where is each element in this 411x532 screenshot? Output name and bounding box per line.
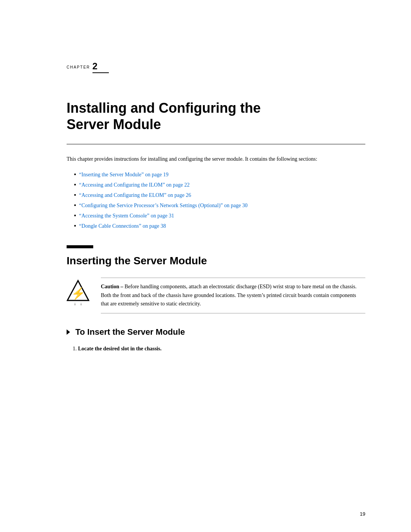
steps-list: Locate the desired slot in the chassis. [78,345,365,353]
intro-paragraph: This chapter provides instructions for i… [67,155,365,163]
chapter-title: Installing and Configuring the Server Mo… [67,100,365,133]
toc-link-4[interactable]: “Configuring the Service Processor’s Net… [79,201,248,209]
step-1-text: Locate the desired slot in the chassis. [78,346,161,351]
content-area: Chapter 2 Installing and Configuring the… [67,0,365,353]
caution-text: Caution – Before handling components, at… [101,283,365,308]
list-item[interactable]: “Inserting the Server Module” on page 19 [74,171,365,179]
page: Chapter 2 Installing and Configuring the… [0,0,411,532]
chapter-title-line2: Server Module [67,117,161,132]
esd-warning-icon: ⚡ ↓ ↓ [67,279,89,306]
section1-title: Inserting the Server Module [67,254,365,267]
caution-body: Before handling components, attach an el… [101,284,357,307]
svg-text:⚡: ⚡ [71,287,86,300]
caution-label: Caution – [101,284,123,289]
toc-link-2[interactable]: “Accessing and Configuring the ILOM” on … [79,181,190,189]
caution-icon: ⚡ ↓ ↓ [67,278,93,306]
title-rule [67,144,365,144]
list-item[interactable]: “Dongle Cable Connections” on page 38 [74,222,365,230]
list-item[interactable]: “Configuring the Service Processor’s Net… [74,201,365,209]
chapter-word-label: Chapter [67,65,90,69]
toc-link-5[interactable]: “Accessing the System Console” on page 3… [79,212,174,220]
chapter-header: Chapter 2 [67,61,365,73]
list-item[interactable]: “Accessing the System Console” on page 3… [74,212,365,220]
list-item[interactable]: “Accessing and Configuring the ELOM” on … [74,191,365,199]
toc-link-6[interactable]: “Dongle Cable Connections” on page 38 [79,222,166,230]
chapter-title-line1: Installing and Configuring the [67,100,261,116]
svg-text:↓: ↓ [80,301,82,306]
toc-link-1[interactable]: “Inserting the Server Module” on page 19 [79,171,169,179]
list-item[interactable]: “Accessing and Configuring the ILOM” on … [74,181,365,189]
svg-text:↓: ↓ [74,301,76,306]
caution-container: ⚡ ↓ ↓ Caution – Before handling componen… [67,278,365,313]
page-number: 19 [360,511,365,517]
toc-list: “Inserting the Server Module” on page 19… [74,171,365,230]
step-1: Locate the desired slot in the chassis. [78,345,365,353]
chapter-number: 2 [92,61,109,73]
toc-link-3[interactable]: “Accessing and Configuring the ELOM” on … [79,191,191,199]
triangle-icon [67,329,70,335]
section-bar [67,245,93,248]
caution-box: Caution – Before handling components, at… [101,278,365,313]
subsection-title-text: To Insert the Server Module [75,327,185,337]
subsection-title: To Insert the Server Module [67,327,365,337]
